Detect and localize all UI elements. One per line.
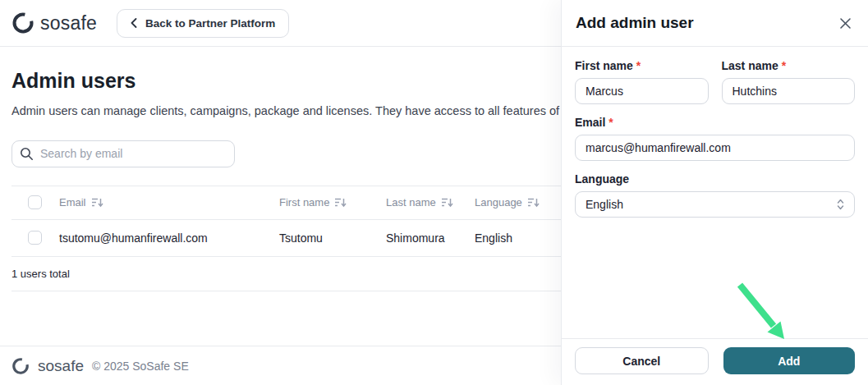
column-header-language[interactable]: Language (475, 196, 561, 209)
back-button-label: Back to Partner Platform (145, 17, 275, 30)
sosafe-footer-logo-icon (11, 357, 30, 375)
add-button[interactable]: Add (723, 347, 856, 374)
users-total-label: 1 users total (11, 268, 70, 280)
email-label: Email * (575, 116, 855, 129)
chevron-left-icon (131, 18, 137, 28)
column-header-last-name[interactable]: Last name (386, 196, 475, 209)
language-select[interactable]: English (575, 191, 855, 218)
close-icon (839, 17, 852, 30)
last-name-field-group: Last name * (722, 59, 856, 104)
close-button[interactable] (838, 16, 853, 31)
email-field-group: Email * (575, 116, 855, 161)
row-checkbox[interactable] (28, 231, 42, 245)
required-asterisk: * (782, 59, 786, 72)
cell-email: tsutomu@humanfirewall.com (59, 231, 279, 245)
column-header-email[interactable]: Email (59, 196, 279, 209)
table-header-row: Email First name (11, 186, 561, 220)
language-select-value: English (586, 198, 623, 211)
cell-last-name: Shimomura (386, 231, 475, 245)
table-total-row: 1 users total (11, 257, 561, 291)
add-admin-user-panel: Add admin user First name * Last name * (561, 0, 868, 385)
last-name-label: Last name * (722, 59, 856, 72)
required-asterisk: * (636, 59, 641, 72)
language-label: Language (575, 172, 855, 186)
panel-body: First name * Last name * Email * (562, 47, 868, 218)
footer-logo-text: sosafe (38, 357, 84, 375)
panel-title: Add admin user (576, 14, 694, 32)
copyright-text: © 2025 SoSafe SE (92, 360, 189, 373)
language-field-group: Language English (575, 172, 855, 218)
last-name-field[interactable] (722, 78, 856, 104)
table-row[interactable]: tsutomu@humanfirewall.com Tsutomu Shimom… (11, 220, 561, 257)
sort-icon (527, 197, 540, 208)
sosafe-logo-icon (11, 11, 34, 34)
email-field[interactable] (575, 135, 855, 161)
sort-icon (441, 197, 453, 208)
first-name-field-group: First name * (575, 59, 709, 104)
cell-language: English (475, 231, 561, 245)
annotation-arrow-icon (733, 280, 798, 346)
page-footer: sosafe © 2025 SoSafe SE (0, 346, 561, 385)
select-chevrons-icon (837, 199, 844, 210)
search-wrap (11, 140, 235, 167)
search-input[interactable] (11, 140, 235, 167)
sort-icon (334, 197, 347, 208)
sosafe-logo: sosafe (11, 11, 97, 34)
logo-text: sosafe (40, 12, 97, 34)
cancel-button[interactable]: Cancel (575, 347, 709, 374)
first-name-label: First name * (575, 59, 709, 72)
select-all-checkbox[interactable] (28, 195, 42, 209)
cell-first-name: Tsutomu (279, 231, 386, 245)
panel-footer: Cancel Add (562, 338, 868, 385)
column-header-first-name[interactable]: First name (279, 196, 386, 209)
first-name-field[interactable] (575, 78, 709, 104)
required-asterisk: * (609, 116, 613, 129)
sort-icon (91, 197, 103, 208)
panel-header: Add admin user (562, 0, 868, 47)
admin-users-table: Email First name (11, 186, 561, 291)
search-icon (20, 147, 34, 161)
back-to-partner-platform-button[interactable]: Back to Partner Platform (117, 9, 289, 38)
